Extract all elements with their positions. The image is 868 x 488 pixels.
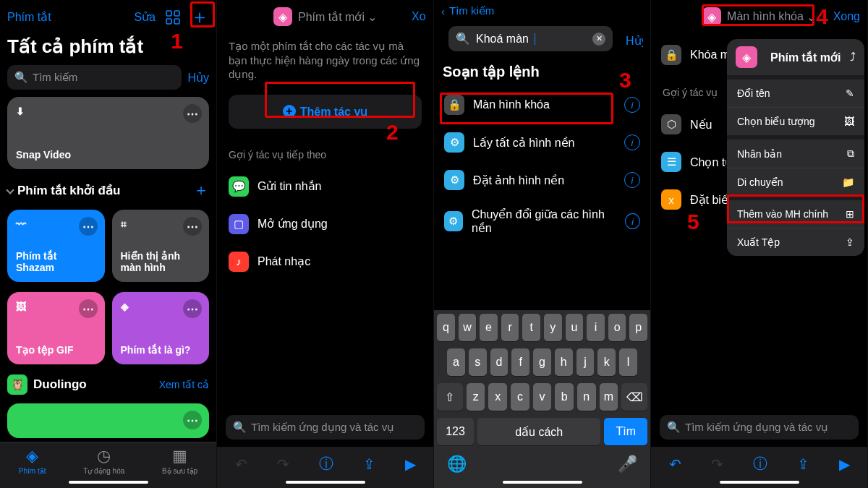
tile-shazam[interactable]: 〰 ⋯ Phím tắt Shazam	[7, 210, 105, 282]
more-icon[interactable]: ⋯	[183, 217, 202, 236]
panel-3-search-actions: ‹ Tìm kiếm 🔍 Khoá màn ✕ Hủy Soạn tập lện…	[434, 0, 651, 488]
play-icon[interactable]: ▶	[839, 455, 850, 473]
suggest-send-message[interactable]: 💬Gửi tin nhắn	[217, 168, 433, 205]
section-starter-shortcuts: Phím tắt khởi đầu	[17, 183, 120, 198]
menu-choose-icon[interactable]: Chọn biểu tượng🖼	[727, 107, 864, 135]
chevron-down-icon[interactable]: ⌄	[807, 10, 816, 24]
shortcut-name-title[interactable]: Màn hình khóa	[727, 10, 804, 23]
result-get-wallpapers[interactable]: ⚙ Lấy tất cả hình nền i	[434, 124, 650, 161]
tile-snap-video[interactable]: ⬇ ⋯ Snap Video	[7, 97, 209, 169]
svg-rect-0	[166, 11, 171, 16]
mic-icon[interactable]: 🎤	[618, 455, 637, 474]
clock-icon: ◷	[83, 447, 124, 466]
search-actions-input[interactable]: 🔍Tìm kiếm ứng dụng và tác vụ	[226, 415, 425, 440]
edit-button[interactable]: Sửa	[134, 10, 156, 24]
more-icon[interactable]: ⋯	[183, 104, 202, 123]
gear-icon: ⚙	[444, 170, 464, 190]
suggest-play-music[interactable]: ♪Phát nhạc	[217, 243, 433, 281]
annotation-5: 5	[687, 210, 699, 234]
annotation-3: 3	[619, 68, 631, 93]
share-icon[interactable]: ⇪	[363, 455, 375, 473]
music-icon: ♪	[229, 252, 249, 272]
suggest-open-app[interactable]: ▢Mở ứng dụng	[217, 205, 433, 243]
backspace-key[interactable]: ⌫	[621, 383, 647, 411]
tab-gallery[interactable]: ▦Bộ sưu tập	[162, 447, 197, 475]
menu-move[interactable]: Di chuyển📁	[727, 168, 864, 196]
tab-shortcuts[interactable]: ◈Phím tắt	[19, 447, 46, 475]
more-icon[interactable]: ⋯	[183, 411, 202, 429]
duplicate-icon: ⧉	[847, 147, 854, 160]
info-icon[interactable]: i	[624, 134, 640, 150]
tile-screenshot[interactable]: ⌗ ⋯ Hiển thị ảnh màn hình	[112, 210, 210, 282]
menu-rename[interactable]: Đổi tên✎	[727, 75, 864, 107]
done-button[interactable]: Xong	[833, 10, 860, 23]
annotation-4: 4	[816, 4, 828, 29]
clear-search-icon[interactable]: ✕	[592, 33, 605, 46]
tile-duolingo-item[interactable]: ⋯	[7, 403, 209, 438]
share-icon[interactable]: ⇪	[797, 455, 809, 473]
numbers-key[interactable]: 123	[437, 418, 474, 445]
result-toggle-wallpaper[interactable]: ⚙ Chuyển đổi giữa các hình nền i	[434, 199, 650, 244]
scripting-icon: ⬡	[661, 114, 681, 134]
chevron-down-icon	[6, 186, 14, 194]
page-title: Tất cả phím tắt	[0, 34, 216, 65]
annotation-2: 2	[386, 120, 399, 145]
tile-gif[interactable]: 🖼 ⋯ Tạo tệp GIF	[7, 292, 105, 364]
share-icon[interactable]: ⤴	[850, 51, 856, 64]
chevron-down-icon[interactable]: ⌄	[367, 10, 377, 24]
list-icon: ☰	[661, 152, 681, 172]
gear-icon: ⚙	[444, 132, 464, 153]
undo-icon[interactable]: ↶	[669, 455, 681, 473]
gallery-icon: ▦	[162, 447, 197, 466]
duolingo-app-icon: 🦉	[7, 374, 27, 395]
folder-icon: 📁	[842, 176, 854, 188]
menu-export-file[interactable]: Xuất Tệp⇪	[727, 228, 864, 256]
play-icon[interactable]: ▶	[405, 455, 416, 473]
more-icon[interactable]: ⋯	[183, 299, 202, 318]
info-icon[interactable]: i	[624, 172, 640, 188]
globe-icon[interactable]: 🌐	[447, 455, 467, 474]
shortcut-context-menu: ◈ Phím tắt mới ⤴ Đổi tên✎ Chọn biểu tượn…	[727, 39, 864, 256]
more-icon[interactable]: ⋯	[79, 217, 98, 236]
chevron-left-icon[interactable]: ‹	[441, 5, 445, 17]
download-icon: ⬇	[16, 106, 200, 117]
info-icon[interactable]: i	[625, 213, 640, 229]
result-lock-screen[interactable]: 🔒 Màn hình khóa i	[434, 86, 650, 124]
space-key[interactable]: dấu cách	[477, 418, 600, 445]
grid-icon[interactable]	[166, 10, 180, 25]
action-search-input[interactable]: 🔍 Khoá màn ✕	[448, 26, 613, 51]
shift-key[interactable]: ⇧	[437, 383, 463, 411]
add-starter-shortcut[interactable]: ＋	[193, 179, 209, 201]
done-button[interactable]: Xong	[412, 10, 426, 23]
info-icon[interactable]: ⓘ	[753, 454, 767, 474]
see-all-link[interactable]: Xem tất cả	[159, 379, 209, 390]
menu-add-to-home[interactable]: Thêm vào MH chính⊞	[727, 196, 864, 228]
svg-rect-1	[174, 11, 179, 16]
plus-icon[interactable]: ＋	[190, 4, 209, 30]
tile-what-is-shortcut[interactable]: ◈ ⋯ Phím tắt là gì?	[112, 292, 210, 364]
menu-duplicate[interactable]: Nhân bản⧉	[727, 135, 864, 168]
cancel-search[interactable]: Hủy	[626, 34, 643, 48]
search-actions-input[interactable]: 🔍Tìm kiếm ứng dụng và tác vụ	[660, 415, 859, 440]
tab-automation[interactable]: ◷Tự động hóa	[83, 447, 124, 475]
new-shortcut-description: Tạo một phím tắt cho các tác vụ mà bạn t…	[217, 33, 433, 87]
suggestions-title: Gợi ý tác vụ tiếp theo	[217, 136, 433, 168]
more-icon[interactable]: ⋯	[79, 299, 98, 318]
result-set-wallpaper[interactable]: ⚙ Đặt ảnh hình nền i	[434, 161, 650, 199]
back-search[interactable]: Tìm kiếm	[449, 4, 494, 17]
cancel-search[interactable]: Hủy	[187, 71, 209, 85]
undo-icon: ↶	[235, 455, 247, 473]
home-indicator	[503, 481, 582, 484]
home-indicator	[69, 481, 148, 484]
pencil-icon: ✎	[846, 87, 854, 99]
back-shortcuts[interactable]: Phím tắt	[7, 10, 51, 24]
info-icon[interactable]: ⓘ	[319, 454, 333, 474]
search-key[interactable]: Tìm	[604, 418, 647, 445]
new-shortcut-title[interactable]: Phím tắt mới	[298, 10, 365, 24]
export-icon: ⇪	[846, 236, 854, 248]
search-shortcuts-input[interactable]: 🔍Tìm kiếm	[7, 65, 182, 90]
layers-icon: ◈	[19, 447, 46, 466]
ios-keyboard[interactable]: qwertyuiop asdfghjkl ⇧zxcvbnm⌫ 123 dấu c…	[434, 310, 650, 488]
panel-1-shortcuts-home: Phím tắt Sửa ＋ 1 Tất cả phím tắt 🔍Tìm ki…	[0, 0, 217, 488]
info-icon[interactable]: i	[624, 97, 640, 113]
